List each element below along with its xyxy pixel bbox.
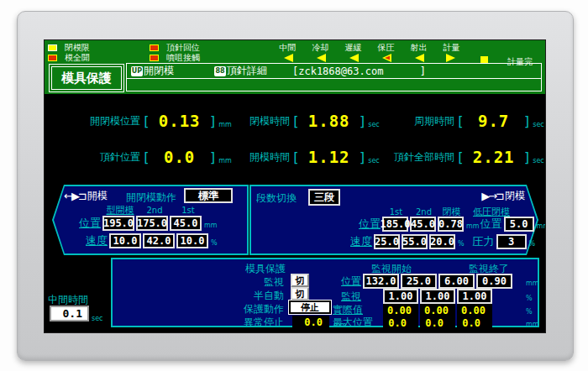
actual-value: 0.00	[420, 304, 455, 316]
status-header: 閉模限 模全開 頂針回位 噴咀接觸 中間 冷却	[45, 40, 545, 94]
stage-count-field[interactable]: 三段	[308, 189, 340, 206]
readout-cycle-time: 周期時間 [ 9.7 ] sec	[396, 111, 544, 131]
open-position-field[interactable]: 175.0	[136, 216, 168, 231]
indicator-row: 噴咀接觸	[150, 54, 200, 61]
mold-open-motion-icon: ←▶⊐	[64, 190, 86, 202]
ejector-indicator-group: 頂針回位 噴咀接觸	[150, 44, 200, 61]
actual-value: 0.00	[383, 304, 418, 316]
mold-open-panel: ←▶⊐ 開模 開閉模動作 標準 型開模 2nd 1st 位置 195.0 175…	[52, 185, 249, 255]
mold-open-header: ←▶⊐ 開模	[64, 189, 108, 203]
mold-position-value: 0.13	[152, 112, 207, 130]
nozzle-touch-lamp-icon	[150, 55, 159, 61]
protect-action-label: 保護動作	[185, 302, 284, 316]
monitor-position-field[interactable]: 6.00	[438, 274, 475, 289]
open-close-mold-button[interactable]: UP 開閉模	[131, 64, 174, 78]
toolbar-box: UP 開閉模 88 頂針詳細 [zck1868@63.com ]	[126, 63, 542, 91]
limit-indicator-group: 閉模限 模全開	[48, 44, 90, 61]
ejector-detail-button-label: 頂針詳細	[227, 64, 267, 78]
hmi-screen: 閉模限 模全開 頂針回位 噴咀接觸 中間 冷却	[45, 40, 545, 332]
open-position-row: 位置 195.0 175.0 45.0 mm	[74, 216, 218, 231]
monitor-switch[interactable]: 切	[291, 274, 309, 287]
action-mode-field[interactable]: 標準	[184, 188, 233, 203]
indicator-label: 閉模限	[65, 44, 90, 51]
actual-value: 0.00	[457, 304, 492, 316]
close-speed-field[interactable]: 25.0	[374, 234, 400, 249]
mold-close-limit-lamp-icon	[48, 44, 57, 51]
hmi-screenshot: 閉模限 模全開 頂針回位 噴咀接觸 中間 冷却	[0, 0, 588, 371]
close-time-value: 1.88	[302, 112, 357, 130]
open-speed-field[interactable]: 10.0	[109, 233, 141, 248]
max-position-value: 0.0	[383, 316, 418, 329]
open-speed-field[interactable]: 10.0	[176, 233, 208, 248]
semiauto-switch[interactable]: 切	[291, 287, 309, 300]
readout-close-time: 閉模時間 [ 1.88 ] sec	[238, 111, 380, 131]
indicator-row: 模全開	[48, 54, 90, 61]
monitor-bezel: 閉模限 模全開 頂針回位 噴咀接觸 中間 冷却	[17, 11, 574, 361]
low-pressure-value-field[interactable]: 3	[496, 234, 527, 249]
close-position-field[interactable]: 185.0	[382, 217, 408, 232]
abnormal-stop-label: 異常停止	[185, 316, 284, 330]
abnormal-stop-value: 0.0	[292, 316, 329, 328]
mold-grid-icon: 88	[214, 66, 226, 76]
max-position-value: 0.0	[457, 316, 492, 329]
open-close-mold-button-label: 開閉模	[144, 64, 174, 78]
close-speed-field[interactable]: 55.0	[402, 234, 428, 249]
mold-full-open-lamp-icon	[48, 55, 57, 61]
open-position-field[interactable]: 195.0	[102, 216, 134, 231]
readout-ejector-position: 頂針位置 [ 0.0 ] mm	[60, 147, 232, 167]
monitor-position-field[interactable]: 132.0	[363, 274, 399, 289]
readout-ejector-total-time: 頂針全部時間 [ 2.21 ] sec	[381, 147, 544, 167]
indicator-label: 噴咀接觸	[166, 54, 200, 61]
mold-close-title: 閉模	[505, 189, 525, 203]
contact-field[interactable]: [zck1868@63.com ]	[292, 65, 426, 77]
max-position-value: 0.0	[420, 316, 455, 329]
intermediate-time-unit: sec	[92, 315, 103, 322]
right-arrow-icon	[446, 54, 457, 62]
up-key-icon: UP	[131, 66, 143, 76]
protection-header: 模具保護	[245, 262, 286, 276]
indicator-row: 閉模限	[48, 44, 90, 51]
close-position-field[interactable]: 0.78	[438, 217, 464, 232]
mold-close-motion-icon: ▶→⊐	[481, 190, 503, 202]
mold-close-panel: 段数切換 三段 ▶→⊐ 閉模 1st 2nd 閉模 低圧閉模 位置 185.0 …	[249, 185, 538, 255]
open-speed-row: 速度 10.0 42.0 10.0 %	[81, 233, 218, 248]
monitor-position-field[interactable]: 25.0	[401, 274, 437, 289]
monitor-label: 監視	[185, 275, 284, 290]
left-arrow-icon	[348, 54, 359, 62]
left-arrow-active-icon	[381, 54, 391, 62]
protect-action-field[interactable]: 停止	[289, 300, 331, 314]
mold-close-header: ▶→⊐ 閉模	[481, 189, 525, 203]
ejector-total-time-value: 2.21	[466, 148, 522, 166]
protection-monitor-row: 監視 1.00 1.00 1.00	[333, 289, 492, 304]
close-speed-field[interactable]: 20.0	[429, 234, 455, 249]
page-title: 模具保護	[51, 66, 122, 90]
mold-open-title: 開模	[87, 189, 108, 203]
ejector-position-value: 0.0	[152, 148, 207, 166]
close-position-row: 位置 185.0 45.0 0.78 mm 位置 5.0 mm	[357, 217, 545, 232]
left-arrow-icon	[315, 54, 326, 62]
protection-max-row: 最大位置 0.0 0.0 0.0	[333, 316, 492, 330]
monitor-value-field[interactable]: 1.00	[420, 289, 455, 304]
indicator-row: 頂針回位	[150, 44, 200, 51]
intermediate-time-field[interactable]: 0.1	[50, 306, 89, 321]
close-position-field[interactable]: 45.0	[410, 217, 436, 232]
page-title-box: 模具保護	[49, 64, 124, 92]
protection-position-row: 位置 132.0 25.0 6.00 0.90	[333, 274, 512, 289]
readout-open-time: 開模時間 [ 1.12 ] sec	[238, 147, 380, 167]
ejector-detail-button[interactable]: 88 頂針詳細	[214, 64, 267, 78]
stage-count-label: 段数切換	[256, 191, 297, 206]
open-column-headers: 型開模 2nd 1st	[102, 204, 205, 217]
monitor-position-field[interactable]: 0.90	[476, 274, 512, 289]
open-position-field[interactable]: 45.0	[170, 216, 202, 231]
mold-protection-panel: 模具保護 監視 切 半自動 切 保護動作 停止 異常停止 0.0 mm 監視開始…	[111, 258, 539, 327]
toolbar-row: UP 開閉模 88 頂針詳細 [zck1868@63.com ]	[127, 64, 541, 79]
close-speed-row: 速度 25.0 55.0 20.0 % 圧力 3 %	[349, 234, 535, 249]
monitor-value-field[interactable]: 1.00	[383, 289, 418, 304]
left-arrow-icon	[413, 54, 424, 62]
left-arrow-icon	[282, 54, 293, 62]
action-mode-label: 開閉模動作	[126, 191, 176, 205]
cycle-time-value: 9.7	[466, 112, 522, 130]
monitor-value-field[interactable]: 1.00	[457, 289, 492, 304]
open-speed-field[interactable]: 42.0	[143, 233, 175, 248]
low-pressure-position-field[interactable]: 5.0	[504, 217, 534, 232]
